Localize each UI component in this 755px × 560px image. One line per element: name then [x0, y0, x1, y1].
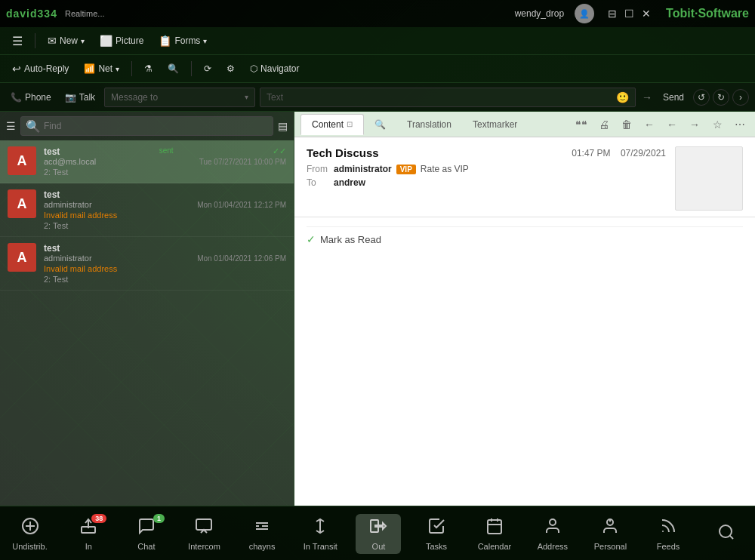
message-status: Invalid mail address	[44, 264, 286, 273]
nav-item-out[interactable]: Out	[356, 514, 401, 554]
tab-content[interactable]: Content ⊡	[300, 114, 364, 135]
message-content: test sent ✓✓ acd@ms.local Tue 07/27/2021…	[44, 146, 286, 177]
search-nav-icon	[717, 523, 735, 546]
message-item[interactable]: A test sent ✓✓ acd@ms.local Tue 07/27/20…	[0, 140, 294, 183]
net-button[interactable]: 📶 Net ▾	[78, 61, 125, 76]
nav-label-personal: Personal	[594, 542, 627, 551]
divider	[131, 61, 132, 76]
tab-textmarker[interactable]: Textmarker	[462, 115, 528, 134]
svg-rect-12	[488, 520, 501, 534]
sent-checkmark-icon: ✓✓	[273, 146, 286, 156]
phone-button[interactable]: 📞 Phone	[6, 90, 56, 105]
net-dropdown-icon[interactable]: ▾	[116, 65, 119, 73]
emoji-icon[interactable]: 🙂	[616, 91, 629, 103]
nav-item-search[interactable]	[704, 520, 749, 549]
picture-button[interactable]: ⬜ Picture	[94, 32, 149, 49]
address-icon	[544, 517, 562, 540]
next-button[interactable]: ›	[732, 89, 749, 106]
tab-close-icon[interactable]: ⊡	[347, 120, 353, 128]
dropdown-arrow-icon[interactable]: ▾	[245, 93, 248, 101]
nav-label-calendar: Calendar	[478, 542, 512, 551]
search-box[interactable]: 🔍	[20, 116, 273, 136]
nav-item-feeds[interactable]: Feeds	[646, 514, 691, 554]
forms-icon: 📋	[159, 35, 171, 47]
mark-as-read-button[interactable]: ✓ Mark as Read	[307, 226, 743, 251]
nav-item-intransit[interactable]: In Transit	[297, 514, 344, 554]
message-subject: test	[44, 243, 60, 254]
navigator-icon: ⬡	[250, 63, 257, 74]
nav-item-intercom[interactable]: Intercom	[181, 514, 226, 554]
svg-point-18	[662, 531, 664, 532]
minimize-button[interactable]: ⊟	[608, 8, 617, 20]
filter-button[interactable]: ⚗	[138, 61, 159, 76]
vip-badge: VIP	[396, 165, 416, 174]
nav-item-tasks[interactable]: Tasks	[414, 514, 459, 554]
forms-dropdown-icon[interactable]: ▾	[203, 37, 207, 45]
forward-icon[interactable]: →	[686, 115, 704, 134]
message-status: sent	[159, 146, 174, 155]
message-preview: 2: Test	[44, 168, 286, 177]
message-avatar: A	[8, 243, 36, 272]
prev-prev-button[interactable]: ↺	[693, 89, 710, 106]
calendar-icon	[485, 517, 504, 540]
back-far-icon[interactable]: ←	[640, 115, 658, 134]
search-input[interactable]	[44, 121, 268, 131]
forms-button[interactable]: 📋 Forms ▾	[153, 32, 213, 49]
more-icon[interactable]: ⋯	[731, 115, 749, 134]
nav-item-chayns[interactable]: chayns	[239, 514, 285, 554]
search-tab-icon: 🔍	[374, 119, 386, 130]
message-list-panel: ☰ 🔍 ▤ A test sent ✓✓ acd@ms.local	[0, 112, 294, 506]
delete-icon[interactable]: 🗑	[618, 115, 636, 134]
message-date: Mon 01/04/2021 12:12 PM	[197, 201, 286, 209]
search-button[interactable]: 🔍	[162, 61, 185, 76]
hamburger-icon[interactable]: ☰	[6, 120, 16, 132]
autoreply-button[interactable]: ↩ Auto-Reply	[6, 60, 75, 77]
svg-point-19	[720, 525, 732, 537]
talk-button[interactable]: 📷 Talk	[60, 90, 100, 105]
settings-icon: ⚙	[226, 63, 235, 74]
message-item[interactable]: A test administrator Mon 01/04/2021 12:0…	[0, 237, 294, 291]
send-button[interactable]: Send	[658, 90, 689, 105]
tab-search[interactable]: 🔍	[364, 115, 396, 134]
search-filter-icon[interactable]: ▤	[278, 120, 288, 132]
message-to-row: To andrew	[307, 177, 666, 188]
close-button[interactable]: ✕	[642, 8, 651, 20]
window-controls[interactable]: ⊟ ☐ ✕	[608, 8, 651, 20]
message-to-input[interactable]: Message to ▾	[104, 88, 255, 107]
phone-icon: 📞	[11, 92, 22, 103]
menu-button[interactable]: ☰	[6, 32, 29, 51]
star-icon[interactable]: ☆	[708, 115, 726, 134]
nav-label-intercom: Intercom	[188, 542, 220, 551]
nav-item-address[interactable]: Address	[530, 514, 575, 554]
rate-vip-button[interactable]: Rate as VIP	[421, 164, 469, 174]
new-button[interactable]: ✉ New ▾	[42, 32, 91, 49]
settings-button[interactable]: ⚙	[220, 61, 241, 76]
tab-translation[interactable]: Translation	[396, 115, 462, 134]
new-dropdown-icon[interactable]: ▾	[81, 37, 85, 45]
prev-button[interactable]: ↻	[713, 89, 729, 106]
message-avatar: A	[8, 189, 36, 218]
nav-item-chat[interactable]: 1 Chat	[124, 514, 169, 554]
chayns-icon	[253, 517, 271, 540]
username-label: wendy_drop	[515, 8, 564, 19]
nav-item-undistrib[interactable]: Undistrib.	[6, 514, 53, 554]
nav-item-in[interactable]: 38 In	[66, 514, 111, 554]
refresh-button[interactable]: ⟳	[198, 61, 217, 76]
nav-item-personal[interactable]: Personal	[587, 514, 633, 554]
quote-icon[interactable]: ❝❝	[572, 115, 590, 134]
from-value: administrator	[334, 164, 392, 174]
compose-nav-buttons: ↺ ↻ ›	[693, 89, 749, 106]
message-text-input[interactable]: Text 🙂	[260, 88, 636, 107]
nav-label-undistrib: Undistrib.	[12, 542, 47, 551]
net-icon: 📶	[84, 63, 95, 74]
back-icon[interactable]: ←	[663, 115, 681, 134]
navigator-button[interactable]: ⬡ Navigator	[244, 61, 305, 76]
nav-item-calendar[interactable]: Calendar	[472, 514, 518, 554]
maximize-button[interactable]: ☐	[624, 8, 634, 20]
nav-label-intransit: In Transit	[304, 542, 337, 551]
message-item[interactable]: A test administrator Mon 01/04/2021 12:1…	[0, 183, 294, 237]
message-sender: acd@ms.local	[44, 157, 96, 166]
print-icon[interactable]: 🖨	[595, 115, 613, 134]
send-arrow-icon: →	[642, 91, 652, 103]
svg-point-16	[550, 519, 556, 525]
